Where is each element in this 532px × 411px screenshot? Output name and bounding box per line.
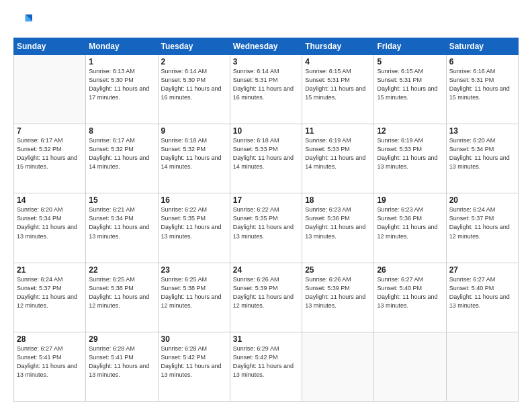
day-info: Sunrise: 6:28 AMSunset: 5:41 PMDaylight:… <box>89 345 154 379</box>
calendar-cell <box>302 332 374 401</box>
day-number: 9 <box>161 126 227 136</box>
calendar-cell: 3Sunrise: 6:14 AMSunset: 5:31 PMDaylight… <box>230 55 302 124</box>
weekday-header-friday: Friday <box>374 38 446 55</box>
calendar-cell: 18Sunrise: 6:23 AMSunset: 5:36 PMDayligh… <box>302 193 374 263</box>
day-info: Sunrise: 6:20 AMSunset: 5:34 PMDaylight:… <box>17 205 83 240</box>
week-row-4: 21Sunrise: 6:24 AMSunset: 5:37 PMDayligh… <box>14 263 519 332</box>
day-number: 26 <box>377 265 443 275</box>
day-number: 31 <box>233 334 299 344</box>
day-info: Sunrise: 6:21 AMSunset: 5:34 PMDaylight:… <box>89 205 154 240</box>
calendar-cell: 19Sunrise: 6:23 AMSunset: 5:36 PMDayligh… <box>374 193 446 263</box>
logo-icon <box>13 12 32 31</box>
weekday-header-sunday: Sunday <box>14 38 86 55</box>
calendar-cell: 25Sunrise: 6:26 AMSunset: 5:39 PMDayligh… <box>302 263 374 332</box>
day-info: Sunrise: 6:14 AMSunset: 5:31 PMDaylight:… <box>233 67 299 102</box>
day-info: Sunrise: 6:27 AMSunset: 5:40 PMDaylight:… <box>449 275 515 310</box>
day-number: 20 <box>449 195 515 205</box>
day-number: 22 <box>89 265 154 275</box>
weekday-header-thursday: Thursday <box>302 38 374 55</box>
day-info: Sunrise: 6:28 AMSunset: 5:42 PMDaylight:… <box>161 345 227 379</box>
calendar-cell: 10Sunrise: 6:18 AMSunset: 5:33 PMDayligh… <box>230 124 302 193</box>
day-number: 15 <box>89 195 154 205</box>
calendar-cell: 31Sunrise: 6:29 AMSunset: 5:42 PMDayligh… <box>230 332 302 401</box>
weekday-header-wednesday: Wednesday <box>230 38 302 55</box>
calendar-cell: 16Sunrise: 6:22 AMSunset: 5:35 PMDayligh… <box>158 193 230 263</box>
day-number: 2 <box>161 57 227 66</box>
day-number: 29 <box>89 334 154 344</box>
day-number: 4 <box>305 57 371 66</box>
day-number: 25 <box>305 265 371 275</box>
day-info: Sunrise: 6:18 AMSunset: 5:32 PMDaylight:… <box>161 136 227 171</box>
day-number: 7 <box>17 126 83 136</box>
day-number: 8 <box>89 126 154 136</box>
day-info: Sunrise: 6:23 AMSunset: 5:36 PMDaylight:… <box>305 205 371 240</box>
day-info: Sunrise: 6:26 AMSunset: 5:39 PMDaylight:… <box>233 275 299 310</box>
day-info: Sunrise: 6:27 AMSunset: 5:40 PMDaylight:… <box>377 275 443 310</box>
day-info: Sunrise: 6:17 AMSunset: 5:32 PMDaylight:… <box>89 136 154 171</box>
day-number: 28 <box>17 334 83 344</box>
day-number: 21 <box>17 265 83 275</box>
day-info: Sunrise: 6:15 AMSunset: 5:31 PMDaylight:… <box>377 67 443 102</box>
day-info: Sunrise: 6:20 AMSunset: 5:34 PMDaylight:… <box>449 136 515 171</box>
day-info: Sunrise: 6:19 AMSunset: 5:33 PMDaylight:… <box>377 136 443 171</box>
day-info: Sunrise: 6:16 AMSunset: 5:31 PMDaylight:… <box>449 67 515 102</box>
calendar-cell <box>446 332 518 401</box>
calendar-cell: 20Sunrise: 6:24 AMSunset: 5:37 PMDayligh… <box>446 193 518 263</box>
day-info: Sunrise: 6:18 AMSunset: 5:33 PMDaylight:… <box>233 136 299 171</box>
day-number: 30 <box>161 334 227 344</box>
day-info: Sunrise: 6:24 AMSunset: 5:37 PMDaylight:… <box>449 205 515 240</box>
day-number: 23 <box>161 265 227 275</box>
calendar-cell <box>374 332 446 401</box>
day-number: 27 <box>449 265 515 275</box>
day-number: 17 <box>233 195 299 205</box>
calendar-cell: 23Sunrise: 6:25 AMSunset: 5:38 PMDayligh… <box>158 263 230 332</box>
calendar-page: SundayMondayTuesdayWednesdayThursdayFrid… <box>0 0 532 411</box>
day-number: 1 <box>89 57 154 66</box>
day-number: 10 <box>233 126 299 136</box>
calendar-cell: 11Sunrise: 6:19 AMSunset: 5:33 PMDayligh… <box>302 124 374 193</box>
calendar-cell: 24Sunrise: 6:26 AMSunset: 5:39 PMDayligh… <box>230 263 302 332</box>
week-row-5: 28Sunrise: 6:27 AMSunset: 5:41 PMDayligh… <box>14 332 519 401</box>
day-number: 14 <box>17 195 83 205</box>
calendar-cell: 14Sunrise: 6:20 AMSunset: 5:34 PMDayligh… <box>14 193 86 263</box>
day-number: 24 <box>233 265 299 275</box>
day-info: Sunrise: 6:22 AMSunset: 5:35 PMDaylight:… <box>161 205 227 240</box>
logo <box>13 12 35 31</box>
calendar-cell: 21Sunrise: 6:24 AMSunset: 5:37 PMDayligh… <box>14 263 86 332</box>
calendar-cell <box>14 55 86 124</box>
day-number: 13 <box>449 126 515 136</box>
calendar-cell: 6Sunrise: 6:16 AMSunset: 5:31 PMDaylight… <box>446 55 518 124</box>
page-header <box>13 12 519 31</box>
calendar-cell: 27Sunrise: 6:27 AMSunset: 5:40 PMDayligh… <box>446 263 518 332</box>
day-info: Sunrise: 6:25 AMSunset: 5:38 PMDaylight:… <box>161 275 227 310</box>
calendar-cell: 26Sunrise: 6:27 AMSunset: 5:40 PMDayligh… <box>374 263 446 332</box>
day-info: Sunrise: 6:14 AMSunset: 5:30 PMDaylight:… <box>161 67 227 102</box>
day-number: 3 <box>233 57 299 66</box>
week-row-2: 7Sunrise: 6:17 AMSunset: 5:32 PMDaylight… <box>14 124 519 193</box>
weekday-header-saturday: Saturday <box>446 38 518 55</box>
day-info: Sunrise: 6:17 AMSunset: 5:32 PMDaylight:… <box>17 136 83 171</box>
calendar-cell: 22Sunrise: 6:25 AMSunset: 5:38 PMDayligh… <box>86 263 158 332</box>
day-info: Sunrise: 6:24 AMSunset: 5:37 PMDaylight:… <box>17 275 83 310</box>
calendar-cell: 9Sunrise: 6:18 AMSunset: 5:32 PMDaylight… <box>158 124 230 193</box>
day-number: 16 <box>161 195 227 205</box>
calendar-cell: 29Sunrise: 6:28 AMSunset: 5:41 PMDayligh… <box>86 332 158 401</box>
calendar-cell: 2Sunrise: 6:14 AMSunset: 5:30 PMDaylight… <box>158 55 230 124</box>
calendar-cell: 4Sunrise: 6:15 AMSunset: 5:31 PMDaylight… <box>302 55 374 124</box>
calendar-cell: 17Sunrise: 6:22 AMSunset: 5:35 PMDayligh… <box>230 193 302 263</box>
day-number: 19 <box>377 195 443 205</box>
calendar-cell: 30Sunrise: 6:28 AMSunset: 5:42 PMDayligh… <box>158 332 230 401</box>
calendar-cell: 15Sunrise: 6:21 AMSunset: 5:34 PMDayligh… <box>86 193 158 263</box>
week-row-1: 1Sunrise: 6:13 AMSunset: 5:30 PMDaylight… <box>14 55 519 124</box>
calendar-cell: 13Sunrise: 6:20 AMSunset: 5:34 PMDayligh… <box>446 124 518 193</box>
calendar-cell: 12Sunrise: 6:19 AMSunset: 5:33 PMDayligh… <box>374 124 446 193</box>
calendar-table: SundayMondayTuesdayWednesdayThursdayFrid… <box>13 38 519 402</box>
week-row-3: 14Sunrise: 6:20 AMSunset: 5:34 PMDayligh… <box>14 193 519 263</box>
day-info: Sunrise: 6:19 AMSunset: 5:33 PMDaylight:… <box>305 136 371 171</box>
day-number: 11 <box>305 126 371 136</box>
day-info: Sunrise: 6:29 AMSunset: 5:42 PMDaylight:… <box>233 345 299 379</box>
calendar-cell: 28Sunrise: 6:27 AMSunset: 5:41 PMDayligh… <box>14 332 86 401</box>
day-info: Sunrise: 6:25 AMSunset: 5:38 PMDaylight:… <box>89 275 154 310</box>
day-info: Sunrise: 6:13 AMSunset: 5:30 PMDaylight:… <box>89 67 154 102</box>
weekday-header-row: SundayMondayTuesdayWednesdayThursdayFrid… <box>14 38 519 55</box>
